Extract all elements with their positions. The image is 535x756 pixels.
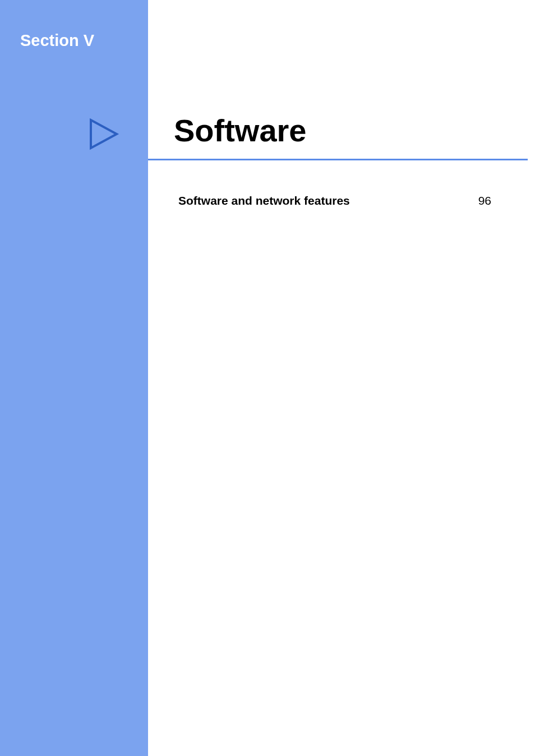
- title-underline: [148, 159, 528, 160]
- sidebar-panel: [0, 0, 148, 756]
- section-label: Section V: [20, 31, 94, 50]
- toc-row: Software and network features 96: [178, 194, 491, 208]
- svg-marker-0: [91, 120, 117, 148]
- toc-entry-label: Software and network features: [178, 194, 350, 208]
- toc-page-number: 96: [478, 194, 491, 208]
- play-triangle-icon: [87, 118, 120, 153]
- main-title: Software: [174, 112, 307, 149]
